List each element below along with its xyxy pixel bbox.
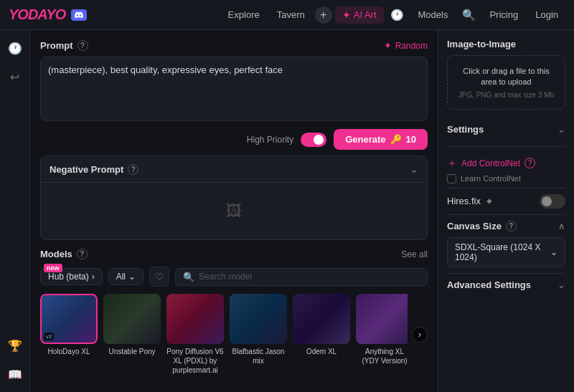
- prompt-label: Prompt: [40, 40, 73, 51]
- all-chevron-icon: ⌄: [128, 272, 136, 282]
- add-controlnet-label: Add ControlNet: [461, 158, 520, 168]
- carousel-next-button[interactable]: ›: [412, 327, 428, 343]
- learn-controlnet-area: Learn ControlNet: [447, 174, 565, 183]
- prompt-help-icon[interactable]: ?: [77, 40, 88, 51]
- nav-pricing[interactable]: Pricing: [482, 6, 525, 23]
- negative-prompt-title-group: Negative Prompt ?: [50, 164, 138, 175]
- controlnet-help-icon[interactable]: ?: [524, 158, 535, 168]
- canvas-size-header[interactable]: Canvas Size ? ∧: [447, 221, 565, 231]
- sidebar: 🕐 ↩ 🏆 📖: [0, 30, 30, 392]
- learn-controlnet-checkbox[interactable]: [447, 174, 456, 183]
- upload-title: Click or drag a file to this area to upl…: [455, 66, 557, 88]
- favorites-button[interactable]: ♡: [149, 267, 169, 287]
- hires-fix-row: Hires.fix ✦: [447, 188, 565, 214]
- upload-subtitle: JPG, PNG and max size 3 Mb: [455, 91, 557, 99]
- model-search-input[interactable]: [199, 272, 420, 282]
- high-priority-label: High Priority: [247, 135, 293, 145]
- models-help-icon[interactable]: ?: [77, 249, 88, 259]
- hub-label: Hub (beta): [48, 272, 89, 282]
- random-star-icon: ✦: [384, 40, 392, 51]
- random-button[interactable]: ✦ Random: [384, 40, 428, 51]
- model-card-name: HoloDayo XL: [40, 347, 98, 356]
- prompt-textarea[interactable]: [40, 57, 428, 121]
- prompt-label-group: Prompt ?: [40, 40, 88, 51]
- left-panel: Prompt ? ✦ Random High Priority Generate: [30, 30, 438, 392]
- advanced-settings-label: Advanced Settings: [447, 279, 531, 290]
- learn-controlnet-label: Learn ControlNet: [461, 174, 521, 183]
- canvas-size-section: Canvas Size ? ∧ SDXL-Square (1024 X 1024…: [447, 214, 565, 273]
- settings-section-header[interactable]: Settings ⌄: [447, 118, 565, 140]
- model-search-icon: 🔍: [183, 272, 194, 282]
- see-all-link[interactable]: See all: [401, 249, 428, 259]
- negative-prompt-label: Negative Prompt: [50, 164, 123, 175]
- negative-prompt-chevron-icon: ⌄: [410, 163, 418, 175]
- all-label: All: [116, 272, 126, 282]
- add-controlnet-button[interactable]: ＋ Add ControlNet ?: [447, 157, 565, 170]
- high-priority-toggle[interactable]: [301, 133, 326, 147]
- canvas-size-chevron-icon: ∧: [558, 221, 565, 231]
- all-filter-button[interactable]: All ⌄: [108, 268, 144, 285]
- negative-prompt-section: Negative Prompt ? ⌄ 🖼: [40, 156, 428, 240]
- model-card-name: Blafbastic Jason mix: [230, 347, 287, 365]
- canvas-size-select[interactable]: SDXL-Square (1024 X 1024) ⌄: [447, 237, 565, 267]
- nav-ai-art-label: AI Art: [354, 9, 377, 20]
- history-button[interactable]: 🕐: [387, 4, 408, 26]
- nav-ai-art[interactable]: ✦ AI Art: [335, 6, 384, 24]
- hires-fix-toggle[interactable]: [540, 194, 565, 209]
- models-filters: new Hub (beta) › All ⌄ ♡ 🔍: [40, 267, 428, 287]
- nav-tavern[interactable]: Tavern: [270, 6, 312, 23]
- models-header: Models ? See all: [40, 249, 428, 259]
- model-card[interactable]: Anything XL (YDY Version): [356, 294, 408, 375]
- topnav: YODAYO Explore Tavern + ✦ AI Art 🕐 Model…: [0, 0, 574, 30]
- negative-prompt-header[interactable]: Negative Prompt ? ⌄: [41, 156, 427, 182]
- advanced-settings-chevron-icon: ⌄: [557, 279, 565, 290]
- v2-badge: v2: [44, 333, 54, 340]
- model-card-name: Pony Diffusion V6 XL (PDXL) by purplesma…: [166, 347, 224, 375]
- canvas-size-label: Canvas Size: [447, 221, 502, 231]
- sidebar-book-button[interactable]: 📖: [4, 363, 26, 385]
- logo: YODAYO: [9, 6, 65, 23]
- add-controlnet-plus-icon: ＋: [447, 157, 457, 170]
- hub-button[interactable]: new Hub (beta) ›: [40, 268, 103, 285]
- main-layout: 🕐 ↩ 🏆 📖 Prompt ? ✦ Random High Priorit: [0, 30, 574, 392]
- model-card[interactable]: Blafbastic Jason mix: [230, 294, 287, 375]
- model-card[interactable]: Unstable Pony: [103, 294, 161, 375]
- settings-chevron-icon: ⌄: [557, 124, 565, 135]
- nav-login[interactable]: Login: [528, 6, 565, 23]
- model-card[interactable]: Pony Diffusion V6 XL (PDXL) by purplesma…: [166, 294, 224, 375]
- nav-explore[interactable]: Explore: [221, 6, 267, 23]
- discord-icon[interactable]: [71, 9, 87, 21]
- model-card[interactable]: Odem XL: [293, 294, 350, 375]
- right-panel: Image-to-Image Click or drag a file to t…: [438, 30, 574, 392]
- model-card-name: Odem XL: [293, 347, 350, 356]
- prompt-footer: High Priority Generate 🔑 10: [40, 129, 428, 150]
- image-upload-area[interactable]: Click or drag a file to this area to upl…: [447, 55, 565, 110]
- prompt-header: Prompt ? ✦ Random: [40, 40, 428, 51]
- model-card-name: Unstable Pony: [103, 347, 161, 356]
- sidebar-undo-button[interactable]: ↩: [4, 66, 26, 87]
- sidebar-trophy-button[interactable]: 🏆: [4, 335, 26, 356]
- negative-prompt-help-icon[interactable]: ?: [128, 164, 138, 175]
- generate-label: Generate: [345, 134, 385, 145]
- generate-button[interactable]: Generate 🔑 10: [334, 129, 428, 150]
- sidebar-history-button[interactable]: 🕐: [4, 37, 26, 59]
- controlnet-area: ＋ Add ControlNet ? Learn ControlNet: [447, 153, 565, 188]
- hires-fix-label-group: Hires.fix ✦: [447, 196, 494, 207]
- model-card[interactable]: v2HoloDayo XL: [40, 294, 98, 375]
- plus-button[interactable]: +: [315, 6, 332, 24]
- negative-prompt-image-area: 🖼: [41, 182, 427, 239]
- settings-label: Settings: [447, 124, 484, 135]
- image-placeholder-icon: 🖼: [226, 202, 242, 221]
- search-button[interactable]: 🔍: [458, 4, 479, 26]
- canvas-size-title-group: Canvas Size ?: [447, 221, 517, 231]
- model-search-box: 🔍: [175, 268, 428, 286]
- generate-key-icon: 🔑: [390, 134, 402, 145]
- advanced-settings-section: Advanced Settings ⌄: [447, 273, 565, 296]
- canvas-size-help-icon[interactable]: ?: [506, 221, 517, 231]
- hires-fix-icon: ✦: [485, 196, 494, 207]
- nav-models[interactable]: Models: [411, 6, 456, 23]
- generate-cost: 10: [406, 134, 416, 145]
- model-card-name: Anything XL (YDY Version): [356, 347, 408, 365]
- advanced-settings-header[interactable]: Advanced Settings ⌄: [447, 279, 565, 290]
- models-carousel-wrap: v2HoloDayo XLUnstable PonyPony Diffusion…: [40, 294, 428, 375]
